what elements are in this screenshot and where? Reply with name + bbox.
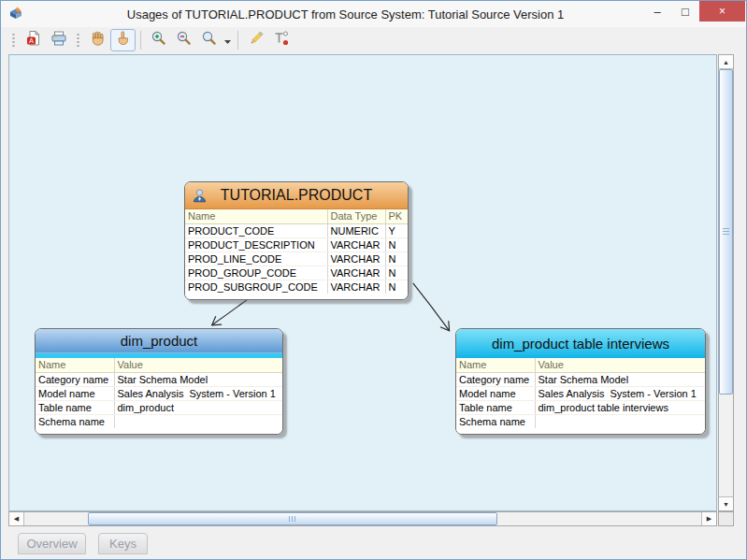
magnifier-icon [201,30,218,50]
cell-name: Category name [456,372,535,386]
column-header: Name [456,358,535,372]
scroll-down-button[interactable]: ▼ [719,496,733,510]
usage-properties-table: Name Value Category name Star Schema Mod… [456,358,705,428]
column-header: Data Type [327,209,385,223]
usage-properties-table: Name Value Category name Star Schema Mod… [36,358,282,428]
entity-title: dim_product table interviews [492,336,669,352]
printer-icon [50,30,67,50]
svg-text:A: A [28,36,33,45]
horizontal-scrollbar[interactable]: ◀ ▶ [8,511,717,526]
entity-footer [36,428,282,434]
toolbar-separator [237,31,238,50]
cell-pk: N [385,280,409,294]
table-row: Table name dim_product table interviews [456,400,705,414]
scroll-right-button[interactable]: ▶ [701,512,716,525]
column-header: Value [535,358,705,372]
cell-pk: Y [385,223,409,237]
cell-name: Table name [456,400,535,414]
entity-header: TUTORIAL.PRODUCT [185,182,408,209]
toolbar-separator [140,31,141,50]
cell-name: PROD_LINE_CODE [185,251,327,266]
cell-data-type: NUMERIC [327,223,385,237]
entity-title: dim_product [121,333,198,349]
column-header: PK [385,209,409,223]
pointing-hand-icon [115,30,132,50]
open-hand-icon [90,30,107,50]
person-icon [192,188,208,208]
cell-data-type: VARCHAR [327,251,385,266]
edit-button[interactable] [243,29,268,51]
pan-button[interactable] [85,29,110,51]
cell-name: PROD_SUBGROUP_CODE [185,280,327,294]
diagram-canvas[interactable]: TUTORIAL.PRODUCT Name Data Type PK PRODU… [8,54,717,511]
app-icon [8,6,23,21]
cell-pk: N [385,266,409,280]
cell-name: Model name [456,386,535,400]
zoom-out-icon [176,30,193,50]
tab-keys[interactable]: Keys [98,533,148,554]
cell-name: Model name [36,386,114,400]
entity-header: dim_product table interviews [456,329,705,358]
cell-name: Schema name [36,414,114,428]
window-title: Usages of TUTORIAL.PRODUCT from Source S… [57,1,634,27]
table-row: Table name dim_product [36,400,282,414]
entity-dim-product-table-interviews[interactable]: dim_product table interviews Name Value … [455,328,706,435]
entity-footer [185,294,408,299]
column-header: Name [185,209,327,223]
cell-pk: N [385,251,409,266]
application-window: Usages of TUTORIAL.PRODUCT from Source S… [0,0,747,560]
zoom-in-icon [151,30,167,50]
cell-name: PRODUCT_CODE [185,223,327,237]
cell-value [535,414,705,428]
column-header: Name [36,358,114,372]
toolbar-grip [11,33,16,48]
minimize-button[interactable]: – [643,1,671,22]
table-row: PRODUCT_CODE NUMERIC Y [185,223,409,237]
cell-name: Schema name [456,414,535,428]
title-bar: Usages of TUTORIAL.PRODUCT from Source S… [1,1,746,27]
cell-value [114,414,282,428]
cell-data-type: VARCHAR [327,280,385,294]
horizontal-scrollbar-thumb[interactable] [88,512,497,525]
table-row: PROD_GROUP_CODE VARCHAR N [185,266,409,280]
cell-name: PRODUCT_DESCRIPTION [185,237,327,251]
zoom-options-dropdown[interactable] [222,29,233,51]
entity-title: TUTORIAL.PRODUCT [221,187,372,204]
entity-footer [456,428,705,434]
scroll-up-button[interactable]: ▲ [719,55,733,69]
cell-value: Star Schema Model [535,372,705,386]
close-button[interactable]: × [699,1,745,22]
cell-name: Category name [36,372,114,386]
print-button[interactable] [46,29,71,51]
cell-data-type: VARCHAR [327,266,385,280]
toolbar: A [1,27,746,53]
zoom-button[interactable] [196,29,222,51]
entity-dim-product[interactable]: dim_product Name Value Category name Sta… [35,328,283,435]
vertical-scrollbar[interactable]: ▲ ▼ [718,54,734,511]
trace-button[interactable] [268,29,294,51]
cell-value: Sales Analysis System - Version 1 [114,386,282,400]
scrollbar-corner [718,511,734,526]
column-header: Value [114,358,282,372]
entity-tutorial-product[interactable]: TUTORIAL.PRODUCT Name Data Type PK PRODU… [184,181,409,300]
table-row: Category name Star Schema Model [456,372,705,386]
scroll-left-button[interactable]: ◀ [9,512,24,525]
pdf-document-icon: A [25,30,42,50]
export-pdf-button[interactable]: A [21,29,46,51]
table-row: PROD_LINE_CODE VARCHAR N [185,251,409,266]
window-controls: – □ × [643,1,745,22]
table-row: Schema name [36,414,282,428]
tab-overview[interactable]: Overview [18,533,86,554]
select-button[interactable] [110,29,136,51]
cell-data-type: VARCHAR [327,237,385,251]
vertical-scrollbar-thumb[interactable] [719,69,733,395]
table-row: Model name Sales Analysis System - Versi… [456,386,705,400]
cell-value: dim_product [114,400,282,414]
table-row: Schema name [456,414,705,428]
zoom-in-button[interactable] [146,29,171,51]
maximize-button[interactable]: □ [671,1,699,22]
tab-bar: Overview Keys [1,527,746,558]
dropdown-arrow-icon [223,32,232,49]
trace-icon [273,30,290,50]
zoom-out-button[interactable] [171,29,196,51]
